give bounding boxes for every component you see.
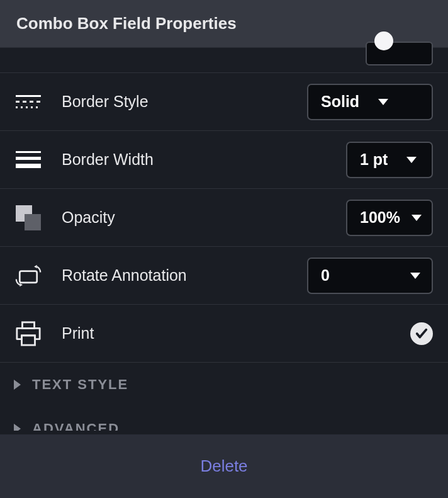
caret-right-icon [14,380,21,390]
border-style-value: Solid [321,93,359,111]
svg-marker-0 [34,264,37,268]
border-width-row: Border Width 1 pt [0,131,448,189]
svg-marker-2 [20,283,23,286]
opacity-dropdown[interactable]: 100% [346,200,433,236]
advanced-title: ADVANCED [32,421,120,431]
text-style-title: TEXT STYLE [32,376,128,393]
color-circle-icon [374,31,393,50]
rotate-label: Rotate Annotation [62,266,307,285]
svg-rect-1 [20,271,36,282]
print-label: Print [62,324,410,342]
caret-right-icon [14,424,21,431]
chevron-down-icon [378,99,388,105]
panel-title: Combo Box Field Properties [16,14,432,33]
chevron-down-icon [406,157,417,163]
opacity-row: Opacity 100% [0,189,448,247]
opacity-value: 100% [360,208,400,227]
opacity-label: Opacity [62,208,346,227]
border-style-icon [15,89,42,115]
rotate-value: 0 [321,266,330,285]
svg-rect-4 [22,335,35,344]
text-style-section[interactable]: TEXT STYLE [0,363,448,407]
border-width-dropdown[interactable]: 1 pt [346,142,433,178]
printer-icon [15,320,42,347]
border-width-icon [15,147,42,173]
delete-button[interactable]: Delete [200,456,247,476]
cutoff-previous-row [0,48,448,73]
chevron-down-icon [410,273,420,279]
opacity-icon [15,205,42,231]
border-width-label: Border Width [62,150,346,169]
advanced-section[interactable]: ADVANCED [0,407,448,431]
chevron-down-icon [412,215,422,221]
rotate-dropdown[interactable]: 0 [307,257,433,294]
footer-bar: Delete [0,434,448,498]
rotate-icon [15,263,42,289]
color-swatch[interactable] [366,42,433,65]
print-row: Print [0,305,448,363]
border-style-row: Border Style Solid [0,73,448,131]
border-style-label: Border Style [62,93,307,111]
border-width-value: 1 pt [360,150,388,169]
print-toggle[interactable] [410,322,433,345]
rotate-row: Rotate Annotation 0 [0,247,448,305]
border-style-dropdown[interactable]: Solid [307,84,433,120]
